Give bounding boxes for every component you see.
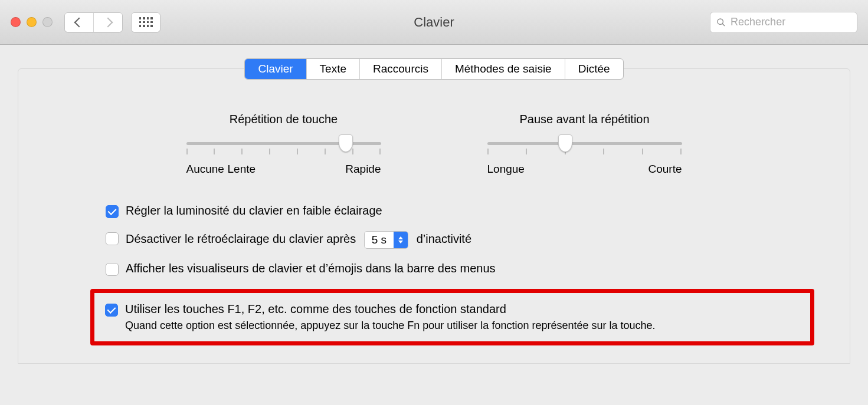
tab-bar: Clavier Texte Raccourcis Méthodes de sai… [244,58,623,80]
svg-line-1 [722,24,725,26]
search-field[interactable] [710,12,857,33]
close-window-button[interactable] [11,17,21,27]
delay-slider[interactable] [487,140,682,152]
key-repeat-slider[interactable] [186,140,381,152]
option-fn-keys[interactable]: Utiliser les touches F1, F2, etc. comme … [105,302,800,332]
search-input[interactable] [731,16,851,28]
stepper-arrows-icon [394,232,408,248]
option-subtext: Quand cette option est sélectionnée, app… [125,320,656,332]
tab-dictee[interactable]: Dictée [565,59,623,79]
option-label: Régler la luminosité du clavier en faibl… [126,204,382,218]
slider-label-left: Aucune [186,163,224,176]
option-brightness[interactable]: Régler la luminosité du clavier en faibl… [106,204,850,218]
delay-label: Pause avant la répétition [487,113,682,126]
nav-back-forward [64,12,123,32]
option-viewers[interactable]: Afficher les visualiseurs de clavier et … [106,262,850,276]
svg-point-0 [718,18,723,24]
highlight-box: Utiliser les touches F1, F2, etc. comme … [90,289,814,345]
option-label: Afficher les visualiseurs de clavier et … [126,262,496,275]
search-icon [716,17,726,28]
slider-label-mid: Lente [228,163,256,176]
slider-label-left: Longue [487,163,525,176]
slider-label-right: Rapide [345,163,381,176]
option-label: Désactiver le rétroéclairage du clavier … [126,231,471,249]
minimize-window-button[interactable] [27,17,37,27]
window-controls [11,17,53,27]
option-backlight-off[interactable]: Désactiver le rétroéclairage du clavier … [106,231,850,249]
option-label: Utiliser les touches F1, F2, etc. comme … [125,302,656,316]
back-button[interactable] [65,13,93,32]
toolbar: Clavier [0,0,868,45]
select-value: 5 s [365,232,394,248]
tab-methodes[interactable]: Méthodes de saisie [442,59,565,79]
show-all-button[interactable] [131,12,161,32]
tab-clavier[interactable]: Clavier [245,59,306,79]
key-repeat-slider-block: Répétition de touche Aucune Lente Rapide [186,113,381,176]
checkbox-fn-keys[interactable] [105,304,118,317]
forward-button[interactable] [94,13,122,32]
slider-label-right: Courte [648,163,682,176]
checkbox-brightness[interactable] [106,205,119,218]
tab-texte[interactable]: Texte [307,59,360,79]
grid-icon [139,17,153,27]
checkbox-backlight-off[interactable] [106,232,119,245]
delay-slider-block: Pause avant la répétition Longue Courte [487,113,682,176]
tab-raccourcis[interactable]: Raccourcis [360,59,442,79]
checkbox-viewers[interactable] [106,263,119,276]
backlight-delay-select[interactable]: 5 s [364,231,408,249]
key-repeat-label: Répétition de touche [186,113,381,126]
preferences-panel: Clavier Texte Raccourcis Méthodes de sai… [18,68,850,364]
zoom-window-button [42,17,53,27]
